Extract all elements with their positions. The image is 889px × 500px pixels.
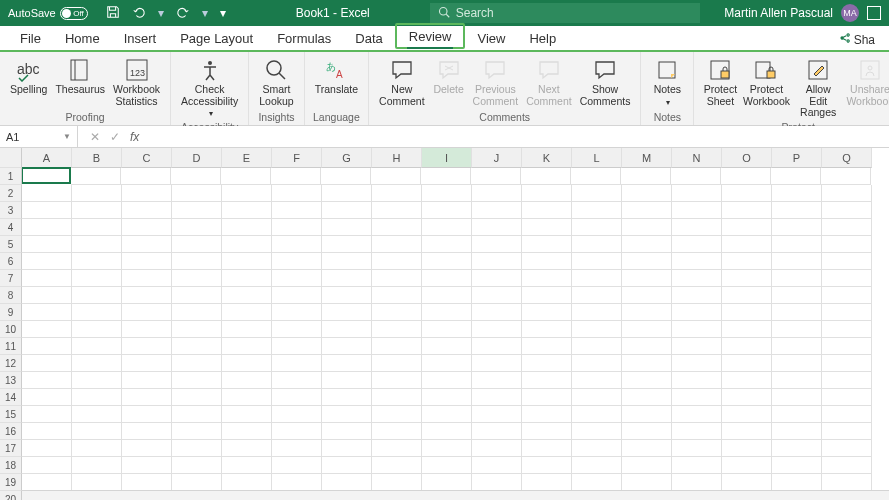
thesaurus-button[interactable]: Thesaurus bbox=[51, 54, 109, 98]
cell[interactable] bbox=[72, 202, 122, 219]
cell[interactable] bbox=[672, 304, 722, 321]
cell[interactable] bbox=[822, 389, 872, 406]
cell[interactable] bbox=[272, 355, 322, 372]
cell[interactable] bbox=[172, 270, 222, 287]
cell[interactable] bbox=[622, 440, 672, 457]
cell[interactable] bbox=[822, 202, 872, 219]
allow-edit-button[interactable]: Allow Edit Ranges bbox=[793, 54, 844, 121]
cell[interactable] bbox=[722, 270, 772, 287]
cell[interactable] bbox=[672, 287, 722, 304]
cell[interactable] bbox=[522, 440, 572, 457]
cell[interactable] bbox=[622, 287, 672, 304]
cell[interactable] bbox=[722, 457, 772, 474]
cell[interactable] bbox=[522, 372, 572, 389]
cell[interactable] bbox=[172, 219, 222, 236]
cell[interactable] bbox=[172, 253, 222, 270]
cell[interactable] bbox=[72, 287, 122, 304]
cell[interactable] bbox=[472, 185, 522, 202]
cell[interactable] bbox=[422, 287, 472, 304]
column-header[interactable]: O bbox=[722, 148, 772, 168]
translate-button[interactable]: あATranslate bbox=[311, 54, 362, 98]
cell[interactable] bbox=[22, 202, 72, 219]
cell[interactable] bbox=[522, 236, 572, 253]
cell[interactable] bbox=[572, 355, 622, 372]
stats-button[interactable]: 123Workbook Statistics bbox=[109, 54, 164, 109]
cell[interactable] bbox=[772, 355, 822, 372]
cell[interactable] bbox=[72, 389, 122, 406]
cell[interactable] bbox=[272, 338, 322, 355]
cell[interactable] bbox=[421, 168, 471, 185]
cell[interactable] bbox=[522, 202, 572, 219]
cell[interactable] bbox=[622, 423, 672, 440]
cell[interactable] bbox=[372, 406, 422, 423]
cell[interactable] bbox=[572, 219, 622, 236]
chevron-down-icon[interactable]: ▼ bbox=[63, 132, 71, 141]
cell[interactable] bbox=[472, 287, 522, 304]
cell[interactable] bbox=[722, 287, 772, 304]
cell[interactable] bbox=[472, 321, 522, 338]
cell[interactable] bbox=[222, 219, 272, 236]
cell[interactable] bbox=[772, 338, 822, 355]
cell[interactable] bbox=[822, 338, 872, 355]
cell[interactable] bbox=[572, 287, 622, 304]
cell[interactable] bbox=[222, 304, 272, 321]
cell[interactable] bbox=[72, 304, 122, 321]
cell[interactable] bbox=[22, 440, 72, 457]
row-header[interactable]: 2 bbox=[0, 185, 22, 202]
cell[interactable] bbox=[672, 219, 722, 236]
cell[interactable] bbox=[622, 219, 672, 236]
cell[interactable] bbox=[672, 321, 722, 338]
cell[interactable] bbox=[772, 474, 822, 490]
cell[interactable] bbox=[621, 168, 671, 185]
cell[interactable] bbox=[172, 389, 222, 406]
cell[interactable] bbox=[372, 372, 422, 389]
cell[interactable] bbox=[672, 236, 722, 253]
row-header[interactable]: 12 bbox=[0, 355, 22, 372]
cell[interactable] bbox=[322, 338, 372, 355]
cell[interactable] bbox=[772, 440, 822, 457]
cell[interactable] bbox=[472, 423, 522, 440]
cell[interactable] bbox=[822, 355, 872, 372]
cell[interactable] bbox=[672, 457, 722, 474]
cell[interactable] bbox=[622, 270, 672, 287]
cell[interactable] bbox=[522, 321, 572, 338]
cell[interactable] bbox=[622, 372, 672, 389]
cell[interactable] bbox=[122, 304, 172, 321]
cell[interactable] bbox=[572, 202, 622, 219]
cell[interactable] bbox=[772, 304, 822, 321]
cell[interactable] bbox=[71, 168, 121, 185]
cell[interactable] bbox=[72, 338, 122, 355]
smartlookup-button[interactable]: Smart Lookup bbox=[255, 54, 297, 109]
cell[interactable] bbox=[72, 457, 122, 474]
tab-formulas[interactable]: Formulas bbox=[265, 27, 343, 49]
cell[interactable] bbox=[122, 321, 172, 338]
row-header[interactable]: 14 bbox=[0, 389, 22, 406]
cell[interactable] bbox=[222, 423, 272, 440]
column-header[interactable]: A bbox=[22, 148, 72, 168]
cell[interactable] bbox=[322, 270, 372, 287]
cell[interactable] bbox=[122, 372, 172, 389]
share-button[interactable]: Sha bbox=[832, 30, 881, 49]
row-header[interactable]: 20 bbox=[0, 491, 22, 500]
cell[interactable] bbox=[222, 440, 272, 457]
cell[interactable] bbox=[522, 423, 572, 440]
cell[interactable] bbox=[771, 168, 821, 185]
cell[interactable] bbox=[572, 185, 622, 202]
cell[interactable] bbox=[272, 185, 322, 202]
cell[interactable] bbox=[572, 457, 622, 474]
cell[interactable] bbox=[522, 219, 572, 236]
cell[interactable] bbox=[322, 440, 372, 457]
row-header[interactable]: 6 bbox=[0, 253, 22, 270]
undo-dropdown-icon[interactable]: ▾ bbox=[158, 6, 164, 20]
cell[interactable] bbox=[172, 338, 222, 355]
cell[interactable] bbox=[172, 185, 222, 202]
cell[interactable] bbox=[722, 185, 772, 202]
cell[interactable] bbox=[822, 423, 872, 440]
row-header[interactable]: 8 bbox=[0, 287, 22, 304]
cell[interactable] bbox=[622, 406, 672, 423]
cell[interactable] bbox=[472, 202, 522, 219]
cell[interactable] bbox=[672, 338, 722, 355]
cell[interactable] bbox=[322, 355, 372, 372]
cell[interactable] bbox=[372, 270, 422, 287]
cell[interactable] bbox=[222, 253, 272, 270]
